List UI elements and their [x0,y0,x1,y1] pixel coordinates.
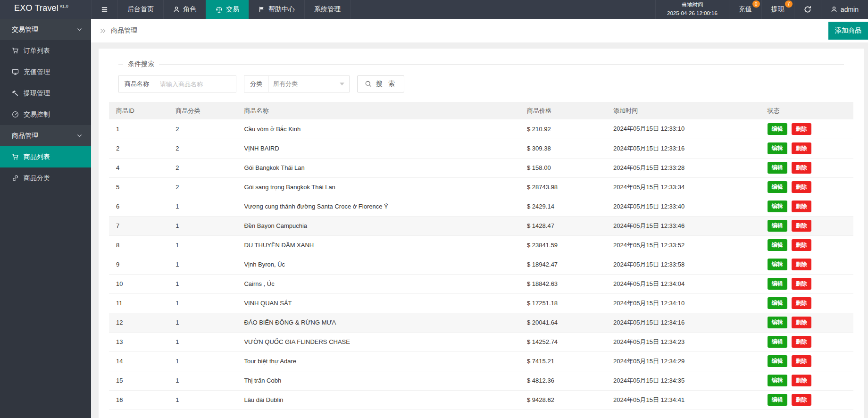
delete-button[interactable]: 删除 [792,297,811,309]
cell-product-category: 1 [168,235,237,255]
edit-button[interactable]: 编辑 [768,123,787,135]
edit-button[interactable]: 编辑 [768,297,787,309]
top-navbar: EXO Travel v1.0 后台首页 角色 交易 帮助中心 系统管理 当地时… [0,0,868,19]
delete-button[interactable]: 删除 [792,259,811,270]
sidebar-group-product[interactable]: 商品管理 [0,125,91,146]
edit-button[interactable]: 编辑 [768,162,787,174]
delete-button[interactable]: 删除 [792,278,811,290]
nav-item-recharge[interactable]: 充值 0 [729,0,761,19]
cell-added-time: 2024年05月15日 12:33:28 [606,158,760,177]
search-button[interactable]: 搜 索 [357,75,404,92]
delete-button[interactable]: 删除 [792,394,811,406]
nav-label: 交易 [226,5,239,14]
sidebar-item-product-category[interactable]: 商品分类 [0,167,91,189]
sidebar-toggle-button[interactable] [91,0,117,19]
cell-product-price: $ 23841.59 [520,235,606,255]
cell-product-price: $ 309.38 [520,139,606,158]
sidebar-item-withdraw-manage[interactable]: 提现管理 [0,83,91,104]
nav-label: 充值 [739,5,752,14]
double-chevron-icon [100,27,107,34]
nav-item-help[interactable]: 帮助中心 [249,0,304,19]
cell-actions: 编辑删除 [760,197,853,216]
edit-button[interactable]: 编辑 [768,375,787,386]
nav-label: 角色 [183,5,196,14]
cell-product-category: 1 [168,351,237,371]
local-time-value: 2025-04-26 12:00:16 [667,9,718,18]
category-group: 分类 所有分类 [244,75,350,92]
cell-product-id: 5 [109,177,168,197]
cell-product-category: 2 [168,158,237,177]
add-product-button[interactable]: 添加商品 [828,22,868,40]
app-version: v1.0 [60,4,68,8]
table-row: 101Cairns , Úc$ 18842.632024年05月15日 12:3… [109,274,853,293]
nav-item-withdraw[interactable]: 提现 7 [761,0,794,19]
category-label: 分类 [244,75,268,92]
recharge-badge: 0 [752,0,760,8]
refresh-button[interactable] [794,0,821,19]
table-row: 121ĐẢO BIỂN ĐÔNG & RỪNG MƯA$ 20041.64202… [109,313,853,332]
cell-actions: 编辑删除 [760,216,853,235]
cell-product-name: ĐẢO BIỂN ĐÔNG & RỪNG MƯA [237,313,520,332]
table-row: 42Gói Bangkok Thái Lan$ 158.002024年05月15… [109,158,853,177]
cell-product-id: 7 [109,216,168,235]
cell-added-time: 2024年05月15日 12:34:04 [606,274,760,293]
nav-item-role[interactable]: 角色 [163,0,206,19]
edit-button[interactable]: 编辑 [768,336,787,348]
cell-product-id: 11 [109,293,168,313]
sidebar-item-recharge-manage[interactable]: 充值管理 [0,61,91,83]
sidebar-item-order-list[interactable]: 订单列表 [0,40,91,61]
app-logo[interactable]: EXO Travel v1.0 [0,0,91,19]
edit-button[interactable]: 编辑 [768,181,787,193]
cell-product-name: VƯỜN QUỐC GIA FLINDERS CHASE [237,332,520,351]
edit-button[interactable]: 编辑 [768,201,787,212]
breadcrumb-title: 商品管理 [111,26,137,35]
edit-button[interactable]: 编辑 [768,142,787,154]
delete-button[interactable]: 删除 [792,181,811,193]
nav-item-system[interactable]: 系统管理 [304,0,350,19]
cell-product-category: 1 [168,216,237,235]
nav-item-home[interactable]: 后台首页 [117,0,163,19]
chevron-down-icon [76,133,83,139]
cell-product-id: 6 [109,197,168,216]
delete-button[interactable]: 删除 [792,317,811,328]
cart-icon [12,153,19,160]
delete-button[interactable]: 删除 [792,201,811,212]
delete-button[interactable]: 删除 [792,123,811,135]
col-status: 状态 [760,102,853,119]
product-name-input[interactable] [155,75,236,92]
cell-product-id: 9 [109,255,168,274]
product-name-label: 商品名称 [118,75,155,92]
search-button-label: 搜 索 [376,80,397,88]
edit-button[interactable]: 编辑 [768,220,787,232]
delete-button[interactable]: 删除 [792,375,811,386]
sidebar-item-label: 订单列表 [24,47,50,55]
delete-button[interactable]: 删除 [792,142,811,154]
delete-button[interactable]: 删除 [792,220,811,232]
user-menu[interactable]: admin [821,0,868,19]
cell-product-id: 2 [109,139,168,158]
nav-item-trade[interactable]: 交易 [206,0,249,19]
cell-product-name: Vương cung thánh đường Santa Croce ở Flo… [237,197,520,216]
sidebar-item-product-list[interactable]: 商品列表 [0,146,91,167]
delete-button[interactable]: 删除 [792,355,811,367]
cell-product-price: $ 14252.74 [520,332,606,351]
table-row: 91Vịnh Byron, Úc$ 18942.472024年05月15日 12… [109,255,853,274]
delete-button[interactable]: 删除 [792,239,811,251]
edit-button[interactable]: 编辑 [768,317,787,328]
edit-button[interactable]: 编辑 [768,259,787,270]
cell-actions: 编辑删除 [760,332,853,351]
sidebar-item-trade-control[interactable]: 交易控制 [0,104,91,125]
category-select[interactable]: 所有分类 [268,75,350,92]
edit-button[interactable]: 编辑 [768,355,787,367]
delete-button[interactable]: 删除 [792,336,811,348]
local-time-label: 当地时间 [681,1,703,9]
edit-button[interactable]: 编辑 [768,394,787,406]
cell-product-id: 1 [109,119,168,139]
cell-product-name: VỊNH QUAN SÁT [237,293,520,313]
edit-button[interactable]: 编辑 [768,239,787,251]
table-row: 141Tour biệt thự Adare$ 7415.212024年05月1… [109,351,853,371]
sidebar-group-trade[interactable]: 交易管理 [0,19,91,40]
cell-product-category: 1 [168,390,237,410]
delete-button[interactable]: 删除 [792,162,811,174]
edit-button[interactable]: 编辑 [768,278,787,290]
